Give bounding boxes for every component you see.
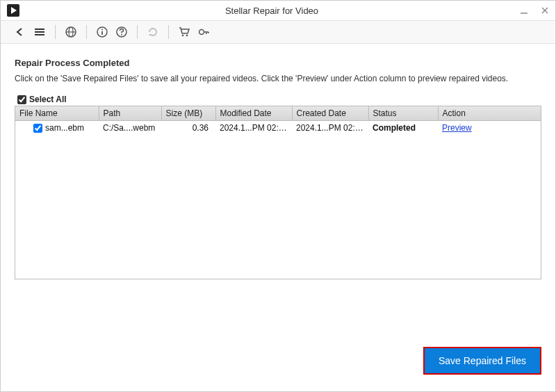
help-icon[interactable]: [113, 24, 130, 40]
titlebar: Stellar Repair for Video: [1, 1, 555, 20]
cell-size: 0.36: [161, 121, 215, 136]
footer: Save Repaired Files: [15, 340, 541, 384]
col-filename[interactable]: File Name: [15, 106, 99, 121]
back-button[interactable]: [12, 24, 28, 40]
refresh-icon[interactable]: [145, 24, 161, 40]
toolbar: [1, 20, 555, 44]
results-table-container: File Name Path Size (MB) Modified Date C…: [15, 106, 541, 279]
select-all-label: Select All: [29, 95, 67, 104]
minimize-button[interactable]: [519, 6, 529, 15]
cell-created: 2024.1...PM 02:06: [292, 121, 368, 136]
info-icon[interactable]: [94, 24, 111, 40]
svg-point-18: [186, 35, 188, 37]
svg-point-19: [199, 30, 204, 35]
col-created[interactable]: Created Date: [292, 106, 368, 121]
table-row[interactable]: sam...ebm C:/Sa....webm 0.36 2024.1...PM…: [15, 121, 541, 136]
cell-status: Completed: [368, 121, 438, 136]
cell-filename: sam...ebm: [15, 121, 99, 136]
col-status[interactable]: Status: [368, 106, 438, 121]
window-controls: [519, 6, 550, 15]
save-repaired-files-button[interactable]: Save Repaired Files: [423, 347, 541, 375]
app-window: Stellar Repair for Video: [0, 0, 556, 392]
cell-action: Preview: [438, 121, 541, 136]
menu-icon[interactable]: [31, 24, 48, 40]
page-description: Click on the 'Save Repaired Files' to sa…: [15, 72, 541, 85]
toolbar-separator: [55, 25, 56, 39]
filename-text: sam...ebm: [45, 123, 84, 133]
globe-icon[interactable]: [63, 24, 79, 40]
app-icon: [6, 3, 20, 17]
svg-point-15: [121, 34, 122, 35]
col-size[interactable]: Size (MB): [161, 106, 215, 121]
toolbar-separator: [86, 25, 87, 39]
preview-link[interactable]: Preview: [442, 123, 472, 133]
close-button[interactable]: [540, 6, 550, 15]
results-table: File Name Path Size (MB) Modified Date C…: [15, 106, 541, 135]
select-all-input[interactable]: [17, 95, 26, 104]
cart-icon[interactable]: [176, 24, 193, 40]
cell-path: C:/Sa....webm: [99, 121, 161, 136]
row-checkbox[interactable]: [33, 124, 42, 133]
col-action[interactable]: Action: [438, 106, 541, 121]
toolbar-separator: [168, 25, 169, 39]
window-title: Stellar Repair for Video: [24, 6, 519, 16]
toolbar-separator: [137, 25, 138, 39]
main-content: Repair Process Completed Click on the 'S…: [1, 44, 555, 391]
svg-point-17: [182, 35, 184, 37]
page-heading: Repair Process Completed: [15, 58, 541, 68]
key-icon[interactable]: [195, 24, 212, 40]
svg-point-12: [101, 29, 103, 31]
cell-modified: 2024.1...PM 02:07: [215, 121, 292, 136]
select-all-checkbox[interactable]: Select All: [15, 95, 541, 104]
col-modified[interactable]: Modified Date: [215, 106, 292, 121]
table-header-row: File Name Path Size (MB) Modified Date C…: [15, 106, 541, 121]
col-path[interactable]: Path: [99, 106, 161, 121]
